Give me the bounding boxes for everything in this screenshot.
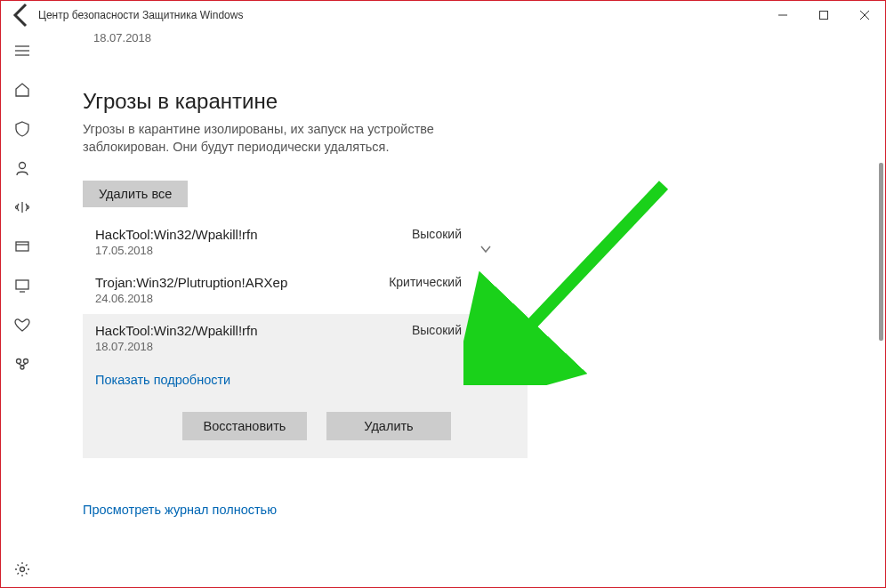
- svg-rect-8: [16, 242, 28, 251]
- close-button[interactable]: [844, 1, 885, 29]
- device-performance-icon[interactable]: [1, 268, 44, 303]
- threat-severity: Высокий: [412, 323, 462, 337]
- svg-rect-10: [16, 280, 28, 289]
- threat-list: HackTool:Win32/Wpakill!rfn 17.05.2018 Вы…: [83, 218, 528, 458]
- svg-point-7: [20, 163, 26, 169]
- svg-line-16: [22, 364, 26, 366]
- restore-button[interactable]: Восстановить: [182, 412, 307, 440]
- titlebar: Центр безопасности Защитника Windows: [1, 1, 885, 29]
- account-icon[interactable]: [1, 150, 44, 186]
- svg-point-14: [20, 366, 24, 369]
- remove-button[interactable]: Удалить: [326, 412, 451, 440]
- app-window: Центр безопасности Защитника Windows: [0, 0, 886, 588]
- app-control-icon[interactable]: [1, 229, 44, 264]
- svg-point-13: [24, 359, 28, 364]
- page-heading: Угрозы в карантине: [83, 89, 850, 114]
- scrollbar-thumb[interactable]: [879, 163, 883, 341]
- svg-rect-1: [820, 12, 828, 20]
- threat-severity: Критический: [389, 275, 462, 289]
- delete-all-button[interactable]: Удалить все: [83, 181, 188, 207]
- threat-date: 17.05.2018: [95, 244, 515, 257]
- view-full-log-link[interactable]: Просмотреть журнал полностью: [83, 503, 850, 517]
- threat-item[interactable]: Trojan:Win32/Plutruption!ARXep 24.06.201…: [83, 266, 528, 314]
- firewall-icon[interactable]: [1, 189, 44, 225]
- threat-severity: Высокий: [412, 227, 462, 241]
- top-date: 18.07.2018: [93, 31, 850, 44]
- chevron-down-icon[interactable]: [479, 291, 492, 307]
- action-row: Восстановить Удалить: [182, 412, 515, 440]
- back-button[interactable]: [8, 1, 36, 29]
- svg-line-15: [19, 364, 22, 366]
- page-subtitle: Угрозы в карантине изолированы, их запус…: [83, 121, 474, 156]
- threat-item-expanded[interactable]: HackTool:Win32/Wpakill!rfn 18.07.2018 Вы…: [83, 314, 528, 458]
- svg-point-12: [17, 359, 21, 364]
- settings-icon[interactable]: [1, 552, 44, 587]
- show-details-link[interactable]: Показать подробности: [95, 373, 515, 387]
- home-icon[interactable]: [1, 72, 44, 108]
- shield-icon[interactable]: [1, 111, 44, 147]
- main-content: 18.07.2018 Угрозы в карантине Угрозы в к…: [44, 29, 885, 587]
- svg-point-17: [20, 568, 25, 572]
- device-health-icon[interactable]: [1, 307, 44, 342]
- chevron-up-icon[interactable]: [479, 339, 492, 355]
- threat-date: 18.07.2018: [95, 340, 515, 353]
- hamburger-menu-icon[interactable]: [1, 33, 44, 68]
- threat-date: 24.06.2018: [95, 292, 515, 305]
- body: 18.07.2018 Угрозы в карантине Угрозы в к…: [1, 29, 885, 587]
- window-title: Центр безопасности Защитника Windows: [38, 9, 243, 21]
- minimize-button[interactable]: [762, 1, 803, 29]
- maximize-button[interactable]: [803, 1, 844, 29]
- family-icon[interactable]: [1, 346, 44, 382]
- sidebar: [1, 29, 44, 587]
- chevron-down-icon[interactable]: [479, 243, 492, 259]
- threat-item[interactable]: HackTool:Win32/Wpakill!rfn 17.05.2018 Вы…: [83, 218, 528, 266]
